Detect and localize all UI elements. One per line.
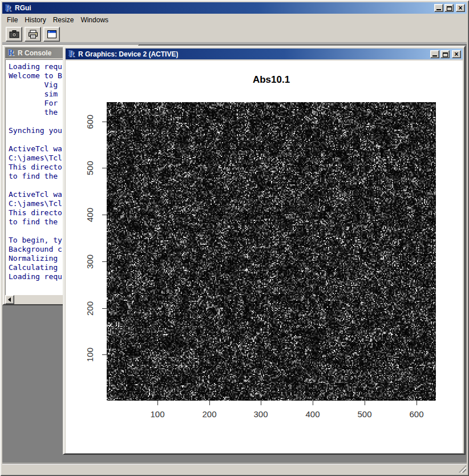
plot-area: Abs10.1 100 200 300 400 500 600 xyxy=(66,60,463,453)
microarray-image xyxy=(107,102,436,401)
y-tick-label: 400 xyxy=(85,195,95,235)
graphics-minimize-button[interactable] xyxy=(430,50,439,58)
y-tick-label: 600 xyxy=(85,102,95,142)
main-titlebar[interactable]: R RGui × xyxy=(2,2,467,14)
r-graphics-window[interactable]: R R Graphics: Device 2 (ACTIVE) × Abs10.… xyxy=(63,46,466,455)
maximize-icon xyxy=(447,6,452,11)
minimize-icon xyxy=(436,9,441,10)
x-tick xyxy=(313,401,313,405)
window-icon xyxy=(47,30,57,39)
y-tick-label: 100 xyxy=(85,334,95,374)
r-logo-icon: R xyxy=(4,4,13,13)
mdi-workspace: R R Console Loading requ Welcome to B Vi… xyxy=(2,43,467,463)
x-tick-label: 400 xyxy=(296,409,330,419)
r-logo-icon: R xyxy=(7,49,15,57)
menu-resize[interactable]: Resize xyxy=(50,15,78,25)
x-tick xyxy=(209,401,210,405)
x-tick-label: 300 xyxy=(244,409,278,419)
menu-history[interactable]: History xyxy=(21,15,49,25)
camera-icon xyxy=(9,30,19,39)
y-tick xyxy=(102,261,107,262)
arrow-left-icon xyxy=(8,297,11,302)
x-tick xyxy=(365,401,365,405)
menubar: File History Resize Windows xyxy=(2,15,467,25)
x-tick-label: 100 xyxy=(140,409,175,419)
console-title: R Console xyxy=(18,49,51,57)
menu-windows[interactable]: Windows xyxy=(77,15,112,25)
plot-title: Abs10.1 xyxy=(107,74,436,86)
minimize-icon xyxy=(432,55,437,57)
y-tick-label: 500 xyxy=(85,148,95,188)
close-button[interactable]: × xyxy=(456,4,465,12)
y-tick xyxy=(102,122,107,122)
x-tick xyxy=(261,401,261,405)
scroll-left-button[interactable] xyxy=(5,295,14,304)
x-tick xyxy=(417,401,417,405)
r-logo-icon: R xyxy=(67,50,76,58)
toolbar xyxy=(2,26,467,42)
resize-grip-icon[interactable] xyxy=(459,465,466,473)
maximize-button[interactable] xyxy=(444,4,454,12)
graphics-titlebar[interactable]: R R Graphics: Device 2 (ACTIVE) × xyxy=(66,49,463,59)
x-tick-label: 500 xyxy=(347,409,382,419)
minimize-button[interactable] xyxy=(434,4,443,12)
y-tick xyxy=(102,168,107,168)
y-tick xyxy=(102,308,107,309)
maximize-icon xyxy=(443,53,448,57)
printer-icon xyxy=(28,30,38,39)
print-button[interactable] xyxy=(25,27,41,42)
y-tick xyxy=(102,215,107,215)
y-tick-label: 300 xyxy=(85,241,95,281)
x-tick-label: 200 xyxy=(192,409,227,419)
close-icon: × xyxy=(458,5,462,11)
rgui-main-window: R RGui × File History Resize Windows xyxy=(0,0,469,476)
close-icon: × xyxy=(454,51,458,57)
snapshot-button[interactable] xyxy=(6,27,22,42)
menu-file[interactable]: File xyxy=(3,15,21,25)
x-tick-label: 600 xyxy=(399,409,434,419)
graphics-maximize-button[interactable] xyxy=(440,50,450,58)
y-tick-label: 200 xyxy=(85,288,95,328)
graphics-title: R Graphics: Device 2 (ACTIVE) xyxy=(78,50,178,58)
y-tick xyxy=(102,354,107,355)
status-strip xyxy=(2,463,467,473)
window-title: RGui xyxy=(15,4,31,12)
console-window-button[interactable] xyxy=(43,27,60,42)
graphics-close-button[interactable]: × xyxy=(452,50,461,58)
x-tick xyxy=(157,401,158,405)
